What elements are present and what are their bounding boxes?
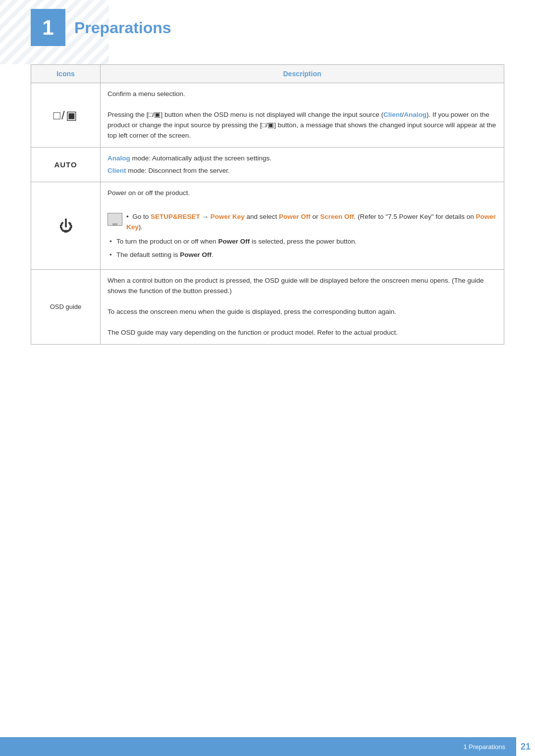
power-off-default: Power Off: [180, 251, 212, 258]
desc-cell-power: Power on or off the product. • Go to SET…: [101, 182, 504, 270]
col-header-icons: Icons: [31, 65, 101, 83]
osd-desc-2: To access the onscreen menu when the gui…: [107, 307, 497, 317]
footer-bar: 1 Preparations 21: [0, 737, 535, 756]
power-bullet-1: • Go to SETUP&RESET → Power Key and sele…: [126, 212, 497, 233]
icon-cell-osd: OSD guide: [31, 269, 101, 344]
footer-chapter-text: 1 Preparations: [463, 743, 505, 751]
table-row: OSD guide When a control button on the p…: [31, 269, 504, 344]
screen-off-text: Screen Off: [320, 213, 354, 220]
auto-desc-client: Client mode: Disconnect from the server.: [107, 166, 497, 176]
power-bullets: To turn the product on or off when Power…: [107, 237, 497, 260]
icon-cell-auto: AUTO: [31, 147, 101, 182]
chapter-number-block: 1: [31, 9, 65, 46]
power-setup-row: • Go to SETUP&RESET → Power Key and sele…: [107, 212, 497, 233]
setup-thumbnail: [107, 213, 122, 226]
osd-desc-1: When a control button on the product is …: [107, 276, 497, 297]
analog-mode-label: Analog: [107, 154, 130, 162]
icons-table: Icons Description □/▣ Confirm a menu sel…: [31, 64, 504, 345]
osd-guide-label: OSD guide: [50, 303, 82, 310]
col-header-description: Description: [101, 65, 504, 83]
table-row: ⏻ Power on or off the product. • Go to S…: [31, 182, 504, 270]
power-icon: ⏻: [59, 218, 73, 234]
source-icon: □/▣: [53, 108, 78, 122]
client-mode-label: Client: [107, 167, 126, 174]
main-content: Icons Description □/▣ Confirm a menu sel…: [31, 64, 504, 345]
power-bullet-3: The default setting is Power Off.: [107, 250, 497, 260]
chapter-title: Preparations: [74, 19, 171, 37]
table-row: AUTO Analog mode: Automatically adjust t…: [31, 147, 504, 182]
power-off-inline: Power Off: [218, 238, 250, 245]
footer-page-number: 21: [516, 737, 535, 756]
source-desc-2: Pressing the [□/▣] button when the OSD m…: [107, 110, 497, 141]
chapter-number: 1: [42, 17, 54, 38]
table-row: □/▣ Confirm a menu selection. Pressing t…: [31, 83, 504, 148]
desc-cell-auto: Analog mode: Automatically adjust the sc…: [101, 147, 504, 182]
desc-cell-osd: When a control button on the product is …: [101, 269, 504, 344]
auto-desc-analog: Analog mode: Automatically adjust the sc…: [107, 153, 497, 164]
icon-cell-source: □/▣: [31, 83, 101, 148]
analog-text: Analog: [404, 111, 427, 118]
power-key-link: Power Key: [211, 213, 245, 220]
source-desc-1: Confirm a menu selection.: [107, 89, 497, 100]
auto-icon-text: AUTO: [38, 159, 93, 170]
setup-reset-text: SETUP&RESET: [151, 213, 200, 220]
icon-cell-power: ⏻: [31, 182, 101, 270]
osd-desc-3: The OSD guide may vary depending on the …: [107, 328, 497, 338]
desc-cell-source: Confirm a menu selection. Pressing the […: [101, 83, 504, 148]
power-off-text1: Power Off: [279, 213, 311, 220]
client-text: Client: [383, 111, 402, 118]
power-bullet-2: To turn the product on or off when Power…: [107, 237, 497, 247]
power-desc-intro: Power on or off the product.: [107, 188, 497, 199]
